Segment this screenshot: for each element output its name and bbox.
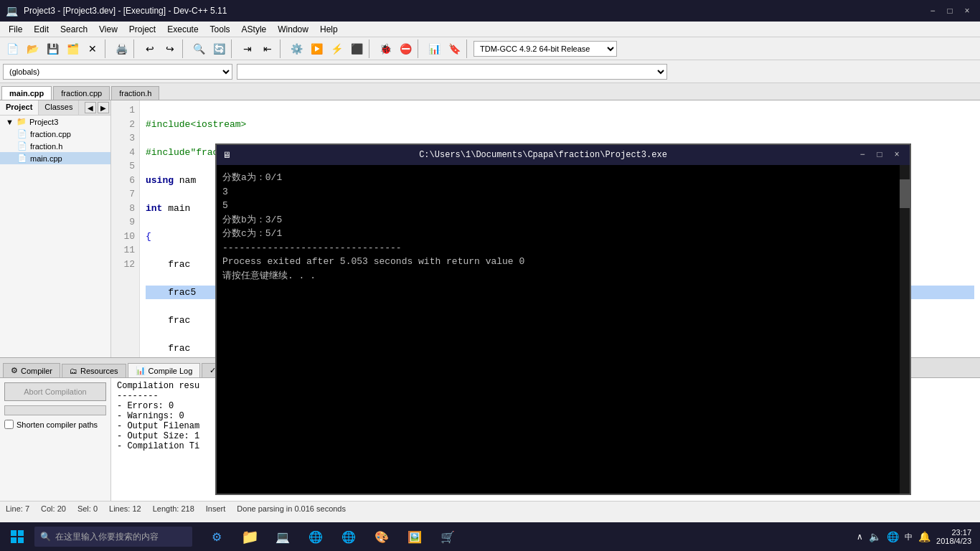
- shorten-checkbox[interactable]: [4, 420, 14, 429]
- tree-root[interactable]: ▼ 📁 Project3: [0, 116, 110, 128]
- status-line: Line: 7: [6, 504, 29, 513]
- compile-button[interactable]: ⚙️: [287, 39, 306, 58]
- tab-resources[interactable]: 🗂 Resources: [62, 364, 126, 377]
- tab-fraction-cpp[interactable]: fraction.cpp: [53, 86, 110, 100]
- taskbar-apps: ⚙ 📁 💻 🌐 🌐 🎨 🖼️ 🛒: [201, 522, 463, 551]
- find-button[interactable]: 🔍: [189, 39, 208, 58]
- resources-tab-icon: 🗂: [70, 367, 77, 375]
- title-bar: 💻 Project3 - [Project3.dev] - [Executing…: [0, 0, 980, 22]
- svg-rect-2: [11, 537, 17, 543]
- save-button[interactable]: 💾: [43, 39, 62, 58]
- sidebar-next-btn[interactable]: ▶: [98, 102, 109, 113]
- tab-fraction-h[interactable]: fraction.h: [111, 86, 159, 100]
- taskbar-store[interactable]: 🛒: [432, 522, 463, 551]
- taskbar-file-explorer[interactable]: 📁: [234, 522, 265, 551]
- open-button[interactable]: 📂: [23, 39, 42, 58]
- taskbar-edge[interactable]: 🌐: [333, 522, 364, 551]
- shorten-label[interactable]: Shorten compiler paths: [4, 420, 106, 429]
- menu-project[interactable]: Project: [123, 23, 161, 36]
- sidebar: Project Classes ◀ ▶ ▼ 📁 Project3 📄 fract…: [0, 100, 111, 357]
- globals-selector[interactable]: (globals): [3, 64, 232, 80]
- console-maximize-btn[interactable]: □: [872, 148, 887, 162]
- menu-file[interactable]: File: [3, 23, 28, 36]
- file-name: main.cpp: [30, 154, 62, 163]
- debug-stop-button[interactable]: ⛔: [396, 39, 415, 58]
- console-scrollbar-thumb[interactable]: [900, 179, 910, 208]
- sidebar-prev-btn[interactable]: ◀: [85, 102, 96, 113]
- close-button[interactable]: ×: [960, 4, 974, 18]
- menu-edit[interactable]: Edit: [28, 23, 55, 36]
- console-scrollbar[interactable]: [900, 165, 910, 494]
- tab-compile-log[interactable]: 📊 Compile Log: [128, 363, 201, 377]
- window-controls: − □ ×: [925, 4, 974, 18]
- run-button[interactable]: ▶️: [307, 39, 326, 58]
- stop-button[interactable]: ⬛: [347, 39, 366, 58]
- close-file-button[interactable]: ✕: [83, 39, 102, 58]
- debug-button[interactable]: 🐞: [376, 39, 395, 58]
- separator2: [133, 39, 138, 58]
- menu-help[interactable]: Help: [314, 23, 344, 36]
- sidebar-tab-classes[interactable]: Classes: [39, 100, 79, 115]
- console-close-btn[interactable]: ×: [890, 148, 904, 162]
- console-win-controls: − □ ×: [855, 148, 904, 162]
- replace-button[interactable]: 🔄: [209, 39, 228, 58]
- status-mode: Insert: [206, 504, 226, 513]
- indent-button[interactable]: ⇥: [238, 39, 257, 58]
- minimize-button[interactable]: −: [925, 4, 940, 18]
- svg-rect-0: [11, 530, 17, 536]
- date: 2018/4/23: [936, 537, 971, 545]
- taskbar-devcpp[interactable]: ⚙: [201, 522, 232, 551]
- new-button[interactable]: 📄: [3, 39, 22, 58]
- tray-network[interactable]: 🌐: [887, 531, 899, 542]
- file-icon: 📄: [17, 154, 27, 163]
- tree-file-fraction-cpp[interactable]: 📄 fraction.cpp: [0, 128, 110, 140]
- console-title-bar: 🖥 C:\Users\1\Documents\Cpapa\fraction\Pr…: [217, 145, 910, 165]
- bookmark-button[interactable]: 🔖: [445, 39, 463, 58]
- profile-button[interactable]: 📊: [425, 39, 443, 58]
- tab-compiler[interactable]: ⚙ Compiler: [3, 363, 60, 377]
- tab-main-cpp[interactable]: main.cpp: [1, 86, 52, 100]
- separator8: [466, 39, 471, 58]
- menu-view[interactable]: View: [93, 23, 123, 36]
- tray-expand[interactable]: ∧: [857, 532, 863, 542]
- status-bar: Line: 7 Col: 20 Sel: 0 Lines: 12 Length:…: [0, 501, 980, 515]
- console-window: 🖥 C:\Users\1\Documents\Cpapa\fraction\Pr…: [215, 143, 911, 495]
- undo-button[interactable]: ↩: [141, 39, 159, 58]
- menu-execute[interactable]: Execute: [161, 23, 204, 36]
- save-all-button[interactable]: 🗂️: [63, 39, 82, 58]
- taskbar-photos[interactable]: 🖼️: [399, 522, 430, 551]
- start-button[interactable]: [3, 522, 32, 551]
- tree-file-fraction-h[interactable]: 📄 fraction.h: [0, 140, 110, 152]
- print-button[interactable]: 🖨️: [112, 39, 131, 58]
- file-name: fraction.cpp: [30, 130, 71, 138]
- menu-window[interactable]: Window: [272, 23, 314, 36]
- tray-ime[interactable]: 中: [905, 532, 913, 542]
- svg-rect-3: [18, 537, 24, 543]
- abort-compilation-button[interactable]: Abort Compilation: [4, 382, 106, 401]
- status-parse: Done parsing in 0.016 seconds: [237, 504, 346, 513]
- separator5: [280, 39, 284, 58]
- taskbar-right: ∧ 🔈 🌐 中 🔔 23:17 2018/4/23: [857, 528, 977, 545]
- status-length: Length: 218: [153, 504, 194, 513]
- tray-volume[interactable]: 🔈: [869, 531, 881, 542]
- console-minimize-btn[interactable]: −: [855, 148, 870, 162]
- folder-icon: 📁: [17, 117, 27, 126]
- compile-run-button[interactable]: ⚡: [327, 39, 346, 58]
- tree-file-main-cpp[interactable]: 📄 main.cpp: [0, 152, 110, 164]
- clock[interactable]: 23:17 2018/4/23: [936, 528, 971, 545]
- redo-button[interactable]: ↪: [161, 39, 179, 58]
- menu-astyle[interactable]: AStyle: [236, 23, 273, 36]
- menu-tools[interactable]: Tools: [204, 23, 236, 36]
- compiler-selector[interactable]: TDM-GCC 4.9.2 64-bit Release: [473, 41, 617, 57]
- maximize-button[interactable]: □: [943, 4, 957, 18]
- code-line-1: #include<iostream>: [146, 118, 974, 132]
- taskbar-photoshop[interactable]: 🎨: [366, 522, 397, 551]
- unindent-button[interactable]: ⇤: [258, 39, 277, 58]
- taskbar-vs[interactable]: 💻: [267, 522, 298, 551]
- sidebar-tab-project[interactable]: Project: [0, 100, 39, 115]
- symbol-selector[interactable]: [237, 64, 667, 80]
- taskbar-search[interactable]: 🔍 在这里输入你要搜索的内容: [34, 527, 192, 547]
- taskbar-firefox[interactable]: 🌐: [300, 522, 331, 551]
- tray-notification[interactable]: 🔔: [918, 531, 930, 542]
- menu-search[interactable]: Search: [55, 23, 93, 36]
